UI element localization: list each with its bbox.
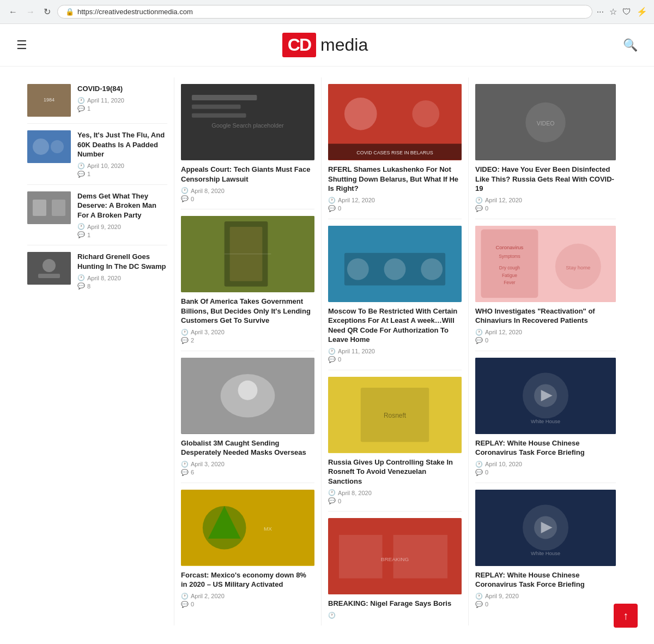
article-info: Yes, It's Just The Flu, And 60K Deaths I… bbox=[77, 130, 167, 178]
article-meta: 🕐 April 9, 2020 💬 0 bbox=[475, 593, 616, 608]
article-card: Coronavirus Symptoms Dry cough Fatigue F… bbox=[475, 219, 616, 351]
list-item: Richard Grenell Goes Hunting In The DC S… bbox=[27, 245, 167, 296]
comment-count: 1 bbox=[87, 105, 90, 112]
search-icon[interactable]: 🔍 bbox=[623, 38, 638, 52]
article-date: April 11, 2020 bbox=[338, 348, 375, 354]
article-title[interactable]: COVID-19(84) bbox=[77, 84, 167, 94]
svg-text:Rosneft: Rosneft bbox=[384, 412, 407, 419]
article-title[interactable]: BREAKING: Nigel Farage Says Boris bbox=[328, 599, 462, 609]
forward-button[interactable]: → bbox=[24, 5, 37, 19]
main-content: 1984 COVID-19(84) 🕐 April 11, 2020 💬 1 bbox=[16, 67, 638, 636]
clock-icon: 🕐 bbox=[328, 197, 336, 204]
article-date: April 8, 2020 bbox=[87, 275, 121, 281]
svg-text:Google Search placeholder: Google Search placeholder bbox=[211, 122, 284, 129]
clock-icon: 🕐 bbox=[328, 489, 336, 496]
article-title[interactable]: RFERL Shames Lukashenko For Not Shutting… bbox=[328, 165, 462, 194]
clock-icon: 🕐 bbox=[77, 223, 85, 230]
svg-text:VIDEO: VIDEO bbox=[537, 120, 555, 126]
more-icon[interactable]: ··· bbox=[597, 7, 604, 17]
article-title[interactable]: Bank Of America Takes Government Billion… bbox=[181, 297, 314, 326]
site-logo[interactable]: CD media bbox=[282, 33, 368, 57]
column-4: VIDEO VIDEO: Have You Ever Been Disinfec… bbox=[469, 77, 616, 625]
url-text: https://creativedestructionmedia.com bbox=[77, 8, 193, 16]
article-card: VIDEO VIDEO: Have You Ever Been Disinfec… bbox=[475, 77, 616, 219]
extension-icon[interactable]: ⚡ bbox=[637, 7, 647, 17]
article-date: April 10, 2020 bbox=[87, 162, 124, 169]
list-item: Yes, It's Just The Flu, And 60K Deaths I… bbox=[27, 124, 167, 185]
article-thumbnail bbox=[181, 358, 314, 434]
comment-count: 0 bbox=[191, 601, 194, 607]
article-title[interactable]: Dems Get What They Deserve: A Broken Man… bbox=[77, 191, 167, 220]
svg-text:BREAKING: BREAKING bbox=[381, 556, 409, 562]
svg-text:COVID CASES RISE IN BELARUS: COVID CASES RISE IN BELARUS bbox=[356, 151, 433, 156]
article-card: BREAKING BREAKING: Nigel Farage Says Bor… bbox=[328, 511, 462, 625]
article-card: Bank Of America Takes Government Billion… bbox=[181, 209, 314, 351]
article-thumbnail: BREAKING bbox=[328, 518, 462, 594]
comment-icon: 💬 bbox=[475, 469, 483, 476]
column-1: 1984 COVID-19(84) 🕐 April 11, 2020 💬 1 bbox=[27, 77, 174, 625]
comment-icon: 💬 bbox=[77, 282, 85, 290]
svg-point-9 bbox=[43, 259, 56, 272]
article-card: Rosneft Russia Gives Up Controlling Stak… bbox=[328, 370, 462, 512]
clock-icon: 🕐 bbox=[181, 187, 189, 194]
address-bar[interactable]: 🔒 https://creativedestructionmedia.com bbox=[57, 5, 592, 19]
article-meta: 🕐 April 9, 2020 💬 1 bbox=[77, 223, 167, 238]
comment-count: 0 bbox=[485, 205, 488, 212]
back-button[interactable]: ← bbox=[7, 5, 20, 19]
article-title[interactable]: Russia Gives Up Controlling Stake In Ros… bbox=[328, 458, 462, 486]
article-thumbnail bbox=[181, 216, 314, 292]
article-date: April 12, 2020 bbox=[485, 197, 522, 203]
bookmark-icon[interactable]: ☆ bbox=[609, 7, 617, 17]
article-thumbnail bbox=[27, 252, 71, 285]
article-thumbnail bbox=[27, 130, 71, 163]
article-title[interactable]: VIDEO: Have You Ever Been Disinfected Li… bbox=[475, 165, 616, 194]
article-date: April 9, 2020 bbox=[485, 593, 519, 599]
svg-text:Stay home: Stay home bbox=[566, 264, 590, 270]
article-meta: 🕐 April 3, 2020 💬 2 bbox=[181, 329, 314, 344]
article-meta: 🕐 April 12, 2020 💬 0 bbox=[475, 329, 616, 344]
clock-icon: 🕐 bbox=[77, 162, 85, 170]
svg-rect-6 bbox=[33, 200, 46, 216]
article-thumbnail: White House bbox=[475, 490, 616, 566]
article-date: April 11, 2020 bbox=[87, 97, 124, 104]
svg-point-35 bbox=[421, 258, 443, 280]
article-title[interactable]: Appeals Court: Tech Giants Must Face Cen… bbox=[181, 165, 314, 184]
browser-toolbar: ··· ☆ 🛡 ⚡ bbox=[597, 7, 647, 17]
svg-text:Dry cough: Dry cough bbox=[499, 265, 520, 270]
article-info: Richard Grenell Goes Hunting In The DC S… bbox=[77, 252, 167, 290]
svg-text:1984: 1984 bbox=[44, 97, 55, 103]
comment-count: 0 bbox=[338, 205, 341, 212]
article-title[interactable]: Globalist 3M Caught Sending Desperately … bbox=[181, 438, 314, 458]
svg-text:Fever: Fever bbox=[504, 280, 516, 285]
article-card: COVID CASES RISE IN BELARUS RFERL Shames… bbox=[328, 77, 462, 219]
article-thumbnail bbox=[27, 191, 71, 224]
article-title[interactable]: Forcast: Mexico's economy down 8% in 202… bbox=[181, 570, 314, 589]
comment-icon: 💬 bbox=[77, 171, 85, 178]
comment-icon: 💬 bbox=[77, 105, 85, 112]
comment-count: 0 bbox=[485, 601, 488, 607]
article-title[interactable]: REPLAY: White House Chinese Coronavirus … bbox=[475, 438, 616, 458]
menu-icon[interactable]: ☰ bbox=[16, 38, 27, 52]
comment-icon: 💬 bbox=[328, 497, 336, 504]
svg-point-33 bbox=[347, 258, 369, 280]
svg-rect-13 bbox=[192, 105, 241, 109]
article-meta: 🕐 April 12, 2020 💬 0 bbox=[475, 197, 616, 212]
article-title[interactable]: Richard Grenell Goes Hunting In The DC S… bbox=[77, 252, 167, 271]
article-title[interactable]: Moscow To Be Restricted With Certain Exc… bbox=[328, 306, 462, 345]
comment-icon: 💬 bbox=[181, 195, 189, 202]
article-title[interactable]: Yes, It's Just The Flu, And 60K Deaths I… bbox=[77, 130, 167, 159]
scroll-top-button[interactable]: ↑ bbox=[614, 604, 638, 628]
article-title[interactable]: WHO Investigates "Reactivation" of China… bbox=[475, 306, 616, 326]
article-thumbnail: White House bbox=[475, 358, 616, 434]
clock-icon: 🕐 bbox=[181, 461, 189, 468]
clock-icon: 🕐 bbox=[475, 329, 483, 336]
article-title[interactable]: REPLAY: White House Chinese Coronavirus … bbox=[475, 570, 616, 589]
svg-text:White House: White House bbox=[531, 550, 560, 556]
shield-icon[interactable]: 🛡 bbox=[622, 7, 631, 17]
site-header: ☰ CD media 🔍 bbox=[0, 24, 654, 67]
clock-icon: 🕐 bbox=[77, 97, 85, 104]
comment-icon: 💬 bbox=[475, 205, 483, 212]
reload-button[interactable]: ↻ bbox=[41, 4, 53, 19]
svg-text:Symptoms: Symptoms bbox=[499, 254, 520, 259]
article-thumbnail: COVID CASES RISE IN BELARUS bbox=[328, 84, 462, 160]
